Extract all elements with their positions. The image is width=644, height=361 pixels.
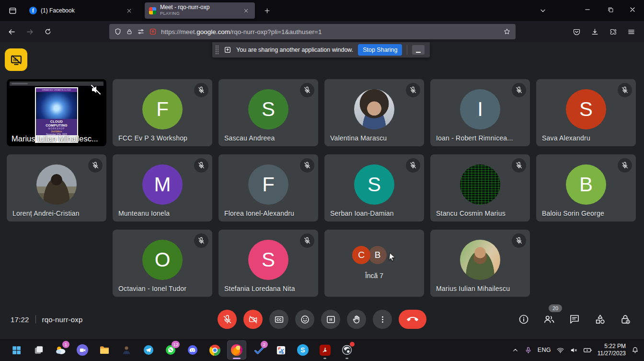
discord-button[interactable] [183,340,202,360]
stop-sharing-button[interactable]: Stop Sharing [358,44,402,56]
participant-tile[interactable]: F FCC Ev P 3 Workshop [113,79,212,146]
task-view-button[interactable] [29,340,48,360]
tab-facebook[interactable]: f (1) Facebook [25,2,138,19]
menu-hamburger-button[interactable] [623,24,639,39]
window-close-button[interactable] [622,0,643,19]
participant-tile[interactable]: Valentina Marascu [324,79,424,146]
participant-tile[interactable]: F Florea Ionel-Alexandru [218,154,318,221]
permissions-icon[interactable] [137,28,145,35]
volume-muted-icon[interactable] [570,346,578,354]
tab-close-icon[interactable] [241,6,251,15]
forward-button[interactable] [22,24,37,39]
firefox-view-button[interactable] [4,3,21,18]
poster-cloud-image [36,92,77,119]
people-button[interactable]: 20 [543,313,555,326]
window-minimize-button[interactable] [577,0,598,19]
banner-drag-handle[interactable] [215,45,219,55]
participant-tile[interactable]: Stancu Cosmin Marius [430,154,530,221]
obs-button[interactable] [337,340,356,360]
notifications-bell-icon[interactable] [631,346,639,354]
participant-tile[interactable]: S Sava Alexandru [536,79,636,146]
participant-tile[interactable]: Marius Iulian Mihailescu [430,230,530,297]
pocket-button[interactable] [569,24,584,39]
reload-button[interactable] [40,24,56,39]
more-options-button[interactable] [373,310,392,329]
system-tray: ENG 5:22 PM 11/27/2023 [512,339,639,361]
skype-button[interactable]: S [293,340,312,360]
sharing-banner: You are sharing another application wind… [212,42,430,58]
presentation-blocked-icon[interactable] [5,48,27,71]
overflow-count-label: Încă 7 [324,272,424,279]
participant-tile[interactable]: O Octavian - Ionel Tudor [113,230,212,297]
firefox-icon [231,344,242,356]
language-indicator[interactable]: ENG [538,347,551,353]
telegram-button[interactable] [139,340,158,360]
participant-name: Marius Iulian Mihailesc... [12,134,98,143]
list-all-tabs-button[interactable] [532,3,553,18]
captions-button[interactable] [269,310,288,329]
widgets-weather-button[interactable]: 1 [51,340,70,360]
chat-button[interactable] [568,313,581,326]
raise-hand-button[interactable] [347,310,366,329]
participant-tile[interactable]: S Stefania Loredana Nita [218,230,318,297]
participant-tile[interactable]: M Munteanu Ionela [113,154,212,221]
present-button[interactable] [321,310,340,329]
battery-icon[interactable] [583,346,592,355]
address-bar[interactable]: https://meet.google.com/rqo-nurr-oxp?pli… [109,24,516,39]
downloads-button[interactable] [587,24,602,39]
https-lock-icon[interactable] [126,28,133,35]
avatar-initial: O [142,240,183,280]
mic-off-button[interactable] [218,310,237,329]
participant-tile[interactable]: S Sascau Andreea [218,79,318,146]
mic-off-icon [512,83,526,97]
firefox-button-active[interactable] [227,340,246,360]
person-app-button[interactable] [117,340,136,360]
overflow-participants-tile[interactable]: C B Încă 7 [324,230,424,297]
extensions-puzzle-button[interactable] [605,24,621,39]
end-call-button[interactable] [399,310,426,329]
acrobat-button[interactable] [315,340,334,360]
host-controls-button[interactable] [619,313,632,326]
avatar-initial: S [354,164,394,205]
todo-button[interactable]: 2 [249,340,268,360]
chrome-button[interactable] [205,340,224,360]
tab-close-icon[interactable] [124,6,134,15]
mic-off-icon [88,158,103,173]
camera-off-button[interactable] [243,310,263,329]
tracking-protection-shield-icon[interactable] [114,28,122,35]
mic-off-icon [300,158,314,173]
wifi-icon[interactable] [556,346,564,354]
back-button[interactable] [4,24,19,39]
bookmark-star-icon[interactable] [503,28,511,35]
mic-off-icon [194,83,208,97]
file-explorer-button[interactable] [95,340,114,360]
participant-tile[interactable]: S Serban Ioan-Damian [324,154,424,221]
meeting-details-button[interactable] [518,313,530,326]
avatar-initial: B [566,164,606,205]
avatar-photo [460,240,500,280]
new-tab-button[interactable] [260,3,274,18]
mic-off-icon [618,158,632,173]
snipping-tool-button[interactable] [271,340,290,360]
banner-minimize-button[interactable] [412,45,425,55]
start-button[interactable] [7,340,26,360]
reactions-button[interactable] [295,310,314,329]
tray-overflow-chevron[interactable] [512,347,519,354]
window-maximize-button[interactable] [600,0,621,19]
participant-name: Sava Alexandru [542,134,590,142]
participant-tile[interactable]: I Ioan - Robert Rimnicea... [430,79,530,146]
screen-sharing-indicator-icon[interactable] [149,28,157,35]
acrobat-icon [320,345,331,356]
whatsapp-button[interactable]: 12 [161,340,180,360]
mic-off-icon [194,158,208,173]
video-app-button[interactable] [73,340,92,360]
activities-button[interactable] [594,313,606,326]
tab-meet-active[interactable]: Meet - rqo-nurr-oxp PLAYING [145,2,255,19]
mic-in-use-icon[interactable] [524,346,532,354]
participant-tile[interactable]: B Baloiu Sorin George [536,154,636,221]
screen-share-tile[interactable]: DREAM BIG! DREAM IN CLOUD! CLOUD COMPUTI… [7,79,106,146]
clock-date[interactable]: 5:22 PM 11/27/2023 [598,343,626,357]
sharing-message: You are sharing another application wind… [236,47,353,53]
avatar-initial: I [460,89,500,129]
participant-tile[interactable]: Lorenț Andrei-Cristian [7,154,106,221]
